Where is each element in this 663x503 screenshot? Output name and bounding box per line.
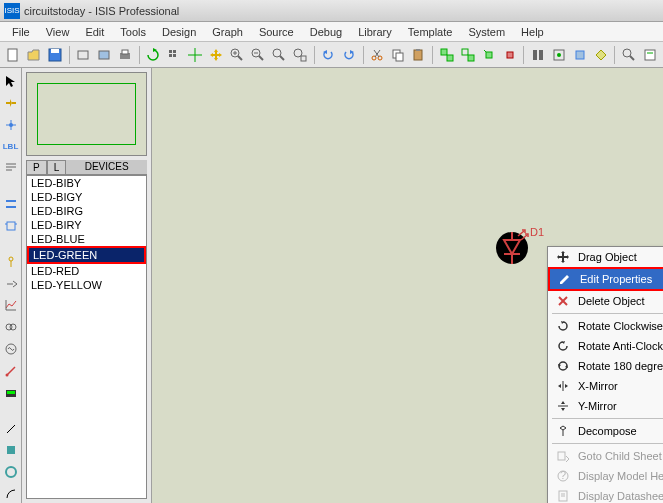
device-item-selected[interactable]: LED-GREEN xyxy=(27,246,146,264)
ctx-x-mirror[interactable]: X-Mirror Ctrl+M xyxy=(548,376,663,396)
undo-button[interactable] xyxy=(319,45,338,65)
ctx-rotate-ccw[interactable]: Rotate Anti-Clockwise Num-+ xyxy=(548,336,663,356)
copy-button[interactable] xyxy=(388,45,407,65)
svg-rect-30 xyxy=(414,50,422,60)
save-button[interactable] xyxy=(46,45,65,65)
svg-rect-4 xyxy=(99,51,109,59)
menu-tools[interactable]: Tools xyxy=(112,24,154,40)
refresh-button[interactable] xyxy=(144,45,163,65)
ctx-edit-properties[interactable]: Edit Properties Ctrl+E xyxy=(548,267,663,291)
selection-mode-icon[interactable] xyxy=(2,72,20,90)
wire-button[interactable] xyxy=(619,45,638,65)
zoom-area-button[interactable] xyxy=(291,45,310,65)
device-item[interactable]: LED-BLUE xyxy=(27,232,146,246)
generator-icon[interactable] xyxy=(2,340,20,358)
toolbar-separator xyxy=(363,46,364,64)
svg-rect-55 xyxy=(7,222,15,230)
new-button[interactable] xyxy=(4,45,23,65)
tab-p[interactable]: P xyxy=(26,160,47,174)
make-button[interactable] xyxy=(549,45,568,65)
device-list[interactable]: LED-BIBY LED-BIGY LED-BIRG LED-BIRY LED-… xyxy=(26,175,147,499)
print-button[interactable] xyxy=(116,45,135,65)
text-script-icon[interactable] xyxy=(2,159,20,177)
origin-button[interactable] xyxy=(186,45,205,65)
label-icon[interactable]: LBL xyxy=(2,138,20,156)
device-item[interactable]: LED-BIRG xyxy=(27,204,146,218)
junction-icon[interactable] xyxy=(2,116,20,134)
devices-header: DEVICES xyxy=(66,160,147,174)
menu-file[interactable]: File xyxy=(4,24,38,40)
pick-button[interactable] xyxy=(528,45,547,65)
zoom-in-button[interactable] xyxy=(228,45,247,65)
svg-rect-0 xyxy=(8,49,17,61)
led-component[interactable]: D1 xyxy=(492,228,532,268)
pin-icon[interactable] xyxy=(2,275,20,293)
component-mode-icon[interactable] xyxy=(2,94,20,112)
terminal-icon[interactable] xyxy=(2,253,20,271)
instrument-icon[interactable] xyxy=(2,384,20,402)
menu-system[interactable]: System xyxy=(460,24,513,40)
paste-button[interactable] xyxy=(409,45,428,65)
tab-l[interactable]: L xyxy=(47,160,67,174)
decompose-button[interactable] xyxy=(591,45,610,65)
svg-rect-10 xyxy=(173,54,176,57)
property-button[interactable] xyxy=(640,45,659,65)
svg-text:?: ? xyxy=(560,469,566,481)
ctx-rotate-180[interactable]: Rotate 180 degrees xyxy=(548,356,663,376)
menu-source[interactable]: Source xyxy=(251,24,302,40)
menu-edit[interactable]: Edit xyxy=(77,24,112,40)
set-area-button[interactable] xyxy=(95,45,114,65)
pan-button[interactable] xyxy=(207,45,226,65)
subcircuit-icon[interactable] xyxy=(2,217,20,235)
device-item[interactable]: LED-YELLOW xyxy=(27,278,146,292)
svg-rect-38 xyxy=(533,50,537,60)
menu-view[interactable]: View xyxy=(38,24,78,40)
rotate-cw-icon xyxy=(554,319,572,333)
svg-rect-9 xyxy=(169,54,172,57)
menu-graph[interactable]: Graph xyxy=(204,24,251,40)
datasheet-icon xyxy=(554,489,572,503)
device-item[interactable]: LED-RED xyxy=(27,264,146,278)
schematic-canvas[interactable]: D1 Drag Object Edit Properties Ctrl+E De… xyxy=(152,68,663,503)
grid-button[interactable] xyxy=(165,45,184,65)
ctx-decompose[interactable]: Decompose xyxy=(548,421,663,441)
svg-rect-34 xyxy=(462,49,468,55)
cut-button[interactable] xyxy=(368,45,387,65)
redo-button[interactable] xyxy=(340,45,359,65)
decompose-icon xyxy=(554,424,572,438)
zoom-all-button[interactable] xyxy=(270,45,289,65)
device-item[interactable]: LED-BIRY xyxy=(27,218,146,232)
ctx-delete-object[interactable]: Delete Object xyxy=(548,291,663,311)
toolbar-separator xyxy=(69,46,70,64)
probe-icon[interactable] xyxy=(2,362,20,380)
bus-icon[interactable] xyxy=(2,195,20,213)
zoom-out-button[interactable] xyxy=(249,45,268,65)
ctx-y-mirror[interactable]: Y-Mirror xyxy=(548,396,663,416)
ctx-drag-object[interactable]: Drag Object xyxy=(548,247,663,267)
title-bar: ISIS circuitstoday - ISIS Professional xyxy=(0,0,663,22)
menu-library[interactable]: Library xyxy=(350,24,400,40)
menu-design[interactable]: Design xyxy=(154,24,204,40)
open-button[interactable] xyxy=(25,45,44,65)
block-move-button[interactable] xyxy=(458,45,477,65)
block-rotate-button[interactable] xyxy=(479,45,498,65)
device-item[interactable]: LED-BIBY xyxy=(27,176,146,190)
tape-icon[interactable] xyxy=(2,318,20,336)
menu-debug[interactable]: Debug xyxy=(302,24,350,40)
print-area-button[interactable] xyxy=(74,45,93,65)
circle-icon[interactable] xyxy=(2,463,20,481)
arc-icon[interactable] xyxy=(2,485,20,503)
svg-rect-23 xyxy=(301,56,306,61)
line-icon[interactable] xyxy=(2,420,20,438)
ctx-label: Goto Child Sheet xyxy=(578,450,663,462)
package-button[interactable] xyxy=(570,45,589,65)
preview-window[interactable] xyxy=(26,72,147,156)
menu-help[interactable]: Help xyxy=(513,24,552,40)
block-copy-button[interactable] xyxy=(437,45,456,65)
ctx-rotate-cw[interactable]: Rotate Clockwise Num-- xyxy=(548,316,663,336)
graph-icon[interactable] xyxy=(2,296,20,314)
menu-template[interactable]: Template xyxy=(400,24,461,40)
device-item[interactable]: LED-BIGY xyxy=(27,190,146,204)
block-delete-button[interactable] xyxy=(500,45,519,65)
box-icon[interactable] xyxy=(2,441,20,459)
